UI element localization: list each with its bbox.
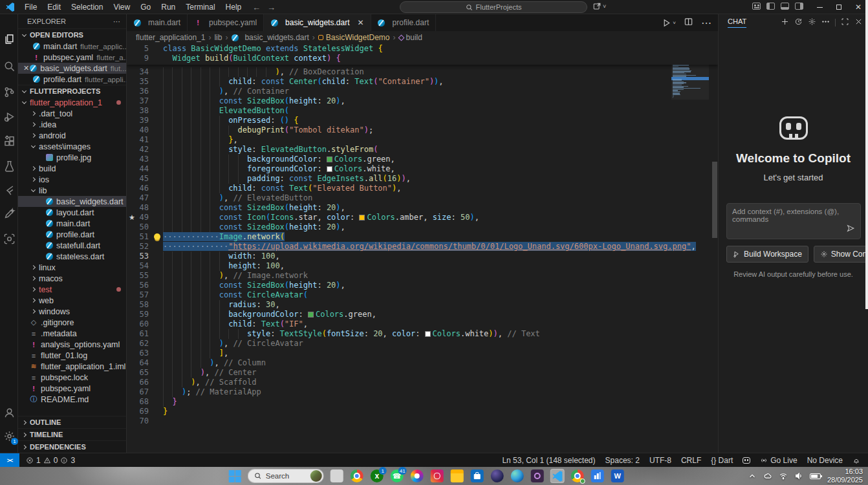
code-line-65[interactable]: 65), // Center: [127, 368, 718, 378]
encoding[interactable]: UTF-8: [649, 456, 671, 465]
tab-main.dart[interactable]: main.dart: [127, 14, 188, 31]
tree-item-main.dart[interactable]: main.dart: [18, 218, 126, 229]
tree-item-profile.jpg[interactable]: profile.jpg: [18, 152, 126, 163]
bookmark-star-icon[interactable]: ★: [129, 213, 135, 222]
code-line-44[interactable]: 44foregroundColor: Colors.white,: [127, 164, 718, 174]
code-line-61[interactable]: 61style: TextStyle(fontSize: 20, color: …: [127, 329, 718, 339]
command-center-search[interactable]: FlutterProjects: [400, 1, 587, 13]
back-icon[interactable]: ←: [252, 3, 261, 12]
run-debug-icon[interactable]: [1, 109, 17, 124]
tab-profile.dart[interactable]: profile.dart: [371, 14, 437, 31]
menu-file[interactable]: File: [19, 0, 42, 14]
chat-input[interactable]: [727, 204, 860, 227]
code-line-48[interactable]: 48const SizedBox(height: 20),: [127, 203, 718, 213]
code-line-43[interactable]: 43backgroundColor: Colors.green,: [127, 155, 718, 164]
split-editor-icon[interactable]: [684, 17, 693, 29]
code-line-52[interactable]: 52··············"https://upload.wikimedi…: [127, 242, 718, 252]
accounts-icon[interactable]: [1, 405, 17, 420]
code-line-47[interactable]: 47), // ElevatedButton: [127, 193, 718, 203]
tree-item-.gitignore[interactable]: ◇.gitignore: [18, 317, 126, 328]
forward-icon[interactable]: →: [267, 3, 276, 12]
code-line-45[interactable]: 45padding: const EdgeInsets.all(16)),: [127, 174, 718, 184]
show-config-button[interactable]: Show Config: [814, 246, 868, 263]
language-mode[interactable]: {} Dart: [711, 456, 733, 465]
search-icon[interactable]: [1, 58, 17, 74]
build-workspace-button[interactable]: Build Workspace: [726, 246, 808, 263]
hidden-icons-chevron[interactable]: [748, 471, 757, 480]
code-line-36[interactable]: 36), // Container: [127, 87, 718, 96]
taskbar-clock[interactable]: 16:03 28/09/2025: [827, 468, 863, 484]
volume-icon[interactable]: [794, 471, 803, 480]
widgets-taskbar-icon[interactable]: [330, 469, 344, 483]
indentation[interactable]: Spaces: 2: [605, 456, 640, 465]
new-chat-icon[interactable]: [781, 17, 789, 28]
code-line-60[interactable]: 60child: Text("IF",: [127, 319, 718, 329]
file-explorer-taskbar-icon[interactable]: [450, 469, 464, 483]
run-dart-button[interactable]: ˅: [662, 18, 676, 28]
open-editor-basic_widgets.dart[interactable]: ✕basic_widgets.dartflut...: [18, 63, 126, 74]
open-editors-header[interactable]: OPEN EDITORS: [18, 28, 126, 41]
store-taskbar-icon[interactable]: [470, 469, 484, 483]
code-line-41[interactable]: 41},: [127, 135, 718, 145]
tree-item-web[interactable]: web: [18, 295, 126, 306]
code-line-57[interactable]: 57const CircleAvatar(: [127, 290, 718, 300]
cursor-position[interactable]: Ln 53, Col 1 (148 selected): [502, 456, 595, 465]
tree-item-android[interactable]: android: [18, 130, 126, 141]
customize-layout-icon[interactable]: [752, 3, 761, 10]
chrome-taskbar-icon[interactable]: [350, 469, 364, 483]
go-live-button[interactable]: Go Live: [760, 456, 797, 465]
device-selector[interactable]: No Device: [807, 456, 843, 465]
code-line-58[interactable]: 58radius: 30,: [127, 300, 718, 310]
copilot-edits-icon[interactable]: [1, 206, 17, 221]
code-line-62[interactable]: 62), // CircleAvatar: [127, 339, 718, 349]
workspace-header[interactable]: FLUTTERPROJECTS: [18, 85, 126, 97]
code-line-46[interactable]: 46child: const Text("Elevated Button"),: [127, 184, 718, 193]
code-line-51[interactable]: 51············Image.network(: [127, 232, 718, 242]
tab-pubspec.yaml[interactable]: !pubspec.yaml: [188, 14, 264, 31]
tree-item-basic_widgets.dart[interactable]: basic_widgets.dart: [18, 196, 126, 207]
remote-indicator[interactable]: ><: [0, 453, 19, 468]
extensions-icon[interactable]: [1, 133, 17, 149]
breadcrumb-BasicWidgetDemo[interactable]: BasicWidgetDemo: [318, 33, 390, 42]
code-line-53[interactable]: 53width: 100,: [127, 252, 718, 261]
breadcrumb-build[interactable]: build: [399, 33, 422, 42]
close-tab-icon[interactable]: ✕: [357, 18, 363, 27]
code-line-5[interactable]: 5class BasicWidgetDemo extends Stateless…: [127, 44, 718, 54]
breadcrumb-lib[interactable]: lib: [214, 33, 222, 42]
instagram-taskbar-icon[interactable]: [430, 469, 444, 483]
toggle-secondary-sidebar-icon[interactable]: [795, 3, 803, 10]
code-line-34[interactable]: 34), // BoxDecoration: [127, 67, 718, 77]
tree-item-flutter_01.log[interactable]: ≡flutter_01.log: [18, 350, 126, 361]
settings-gear-icon[interactable]: 1: [1, 428, 17, 444]
breadcrumb-flutter_application_1[interactable]: flutter_application_1: [136, 33, 205, 42]
menu-go[interactable]: Go: [135, 0, 156, 14]
lightbulb-icon[interactable]: [154, 233, 160, 240]
chrome-profile-taskbar-icon[interactable]: [570, 469, 585, 483]
taskbar-search[interactable]: Search: [248, 469, 324, 483]
scrollbar-thumb[interactable]: [712, 162, 717, 238]
flutter-icon[interactable]: [1, 182, 17, 198]
explorer-icon[interactable]: [1, 31, 17, 47]
history-icon[interactable]: [794, 17, 803, 28]
tree-item-readme.md[interactable]: ⓘREADME.md: [18, 394, 126, 405]
code-line-38[interactable]: 38ElevatedButton(: [127, 106, 718, 116]
xbox-taskbar-icon[interactable]: x1: [370, 469, 384, 483]
menu-run[interactable]: Run: [156, 0, 180, 14]
tree-item-pubspec.yaml[interactable]: !pubspec.yaml: [18, 383, 126, 394]
edge-taskbar-icon[interactable]: [510, 469, 525, 483]
code-line-42[interactable]: 42style: ElevatedButton.styleFrom(: [127, 145, 718, 155]
code-line-55[interactable]: 55), // Image.network: [127, 271, 718, 281]
tree-item-.dart_tool[interactable]: .dart_tool: [18, 108, 126, 119]
code-line-54[interactable]: 54height: 100,: [127, 261, 718, 271]
toggle-sidebar-icon[interactable]: [766, 3, 775, 10]
tree-item-layout.dart[interactable]: layout.dart: [18, 207, 126, 218]
code-line-67[interactable]: 67); // MaterialApp: [127, 387, 718, 397]
source-control-icon[interactable]: [1, 84, 17, 100]
code-line-50[interactable]: 50const SizedBox(height: 20),: [127, 222, 718, 232]
code-line-35[interactable]: 35child: const Center(child: Text("Conta…: [127, 77, 718, 87]
tree-item-flutter_application_1[interactable]: flutter_application_1: [18, 97, 126, 108]
problems-indicator[interactable]: 1 0 3: [26, 456, 75, 465]
tree-item-linux[interactable]: linux: [18, 262, 126, 273]
code-line-37[interactable]: 37const SizedBox(height: 20),: [127, 96, 718, 106]
eclipse-taskbar-icon[interactable]: [490, 469, 505, 483]
